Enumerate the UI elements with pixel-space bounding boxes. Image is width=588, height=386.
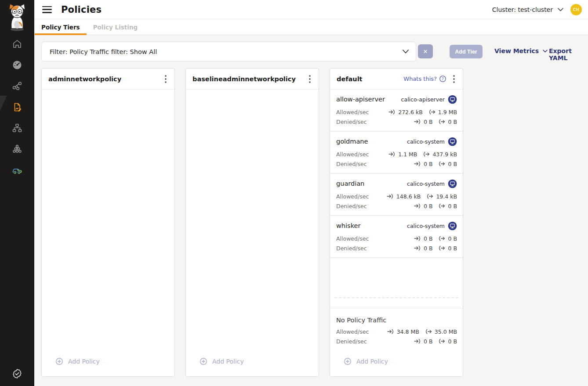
tier-header: baselineadminnetworkpolicy [186,69,319,90]
sidebar-item-network-tree[interactable] [11,123,23,133]
ingress-metric: 0 B [414,245,433,252]
whats-this-link[interactable]: Whats this?? [403,76,446,82]
egress-icon [438,161,445,166]
add-policy-button[interactable]: Add Policy [186,351,319,376]
policy-traffic-filter-select[interactable]: Filter: Policy Traffic filter: Show All [41,42,416,61]
metric-values: 0 B0 B [414,245,457,252]
kebab-icon [165,75,167,83]
metric-label: Denied/sec [336,119,367,125]
add-tier-button[interactable]: Add Tier [450,45,483,58]
egress-icon [425,329,432,334]
tier-empty-area [42,90,174,351]
metric-row: Allowed/sec272.6 kB1.9 MB [336,107,457,117]
sidebar-item-home[interactable] [11,39,23,49]
egress-metric: 0 B [438,203,457,209]
sidebar-item-service-graph[interactable] [11,81,23,91]
metric-value: 0 B [424,161,433,167]
calico-cat-logo-icon [6,3,29,31]
metric-label: Allowed/sec [336,235,369,242]
policy-card-header: whiskercalico-system [336,221,457,231]
egress-icon [423,152,430,157]
cluster-selector[interactable]: Cluster: test-cluster [492,6,563,13]
metric-value: 0 B [424,338,433,345]
plus-circle-icon [55,357,63,365]
sidebar-nav [0,39,34,176]
calico-logo[interactable] [6,3,29,33]
ingress-icon [414,339,421,344]
sidebar-item-policies[interactable] [11,102,23,112]
ingress-metric: 0 B [414,161,433,167]
egress-metric: 437.9 kB [423,151,457,158]
metric-value: 272.6 kB [398,109,423,115]
sidebar-item-badge-check[interactable] [11,368,23,379]
chevron-down-icon [403,50,409,54]
metric-value: 0 B [424,203,433,209]
chevron-down-icon [558,8,563,11]
tab-policy-tiers[interactable]: Policy Tiers [35,19,87,35]
metric-row: Denied/sec0 B0 B [336,201,457,211]
metric-value: 0 B [424,119,433,125]
ingress-metric: 34.8 MB [387,328,419,335]
metric-values: 34.8 MB35.0 MB [387,328,457,335]
ingress-icon [414,236,421,241]
svg-text:?: ? [442,77,444,81]
tier-column-baselineadminnetworkpolicy: baselineadminnetworkpolicyAdd Policy [185,68,319,377]
main-content: Policies Cluster: test-cluster CH Policy… [34,0,588,386]
tab-policy-listing[interactable]: Policy Listing [87,19,145,35]
plus-circle-icon [344,357,352,365]
policy-card[interactable]: guardiancalico-systemAllowed/sec148.6 kB… [330,174,463,216]
metric-values: 0 B0 B [414,338,457,345]
egress-metric: 0 B [438,161,457,167]
metric-value: 0 B [448,203,457,209]
add-policy-button[interactable]: Add Policy [42,351,174,376]
namespace-badge-icon [448,95,457,104]
sidebar-item-cluster-group[interactable] [11,144,23,155]
policy-card[interactable]: goldmanecalico-systemAllowed/sec1.1 MB43… [330,132,463,174]
egress-metric: 35.0 MB [425,328,457,335]
ingress-icon [414,119,421,124]
ingress-icon [387,329,394,334]
policy-namespace: calico-system [407,221,457,231]
add-policy-button[interactable]: Add Policy [330,351,463,376]
close-icon: ✕ [423,48,428,55]
tier-menu-button[interactable] [305,74,315,84]
ingress-metric: 1.1 MB [388,151,417,158]
user-avatar[interactable]: CH [570,4,582,15]
metric-label: Allowed/sec [336,328,369,335]
metric-label: Allowed/sec [336,193,369,200]
namespace-label: calico-system [407,223,445,229]
export-yaml-button[interactable]: Export YAML [549,47,581,61]
metric-value: 437.9 kB [432,151,457,158]
egress-metric: 0 B [438,119,457,125]
metric-values: 272.6 kB1.9 MB [388,109,457,115]
clear-filter-button[interactable]: ✕ [418,44,433,58]
ingress-icon [414,245,421,251]
metric-row: Allowed/sec148.6 kB19.4 kB [336,191,457,201]
policies-icon [12,102,22,112]
egress-metric: 0 B [438,245,457,252]
view-metrics-dropdown[interactable]: View Metrics [494,47,548,54]
view-metrics-label: View Metrics [494,47,539,54]
policy-card[interactable]: whiskercalico-systemAllowed/sec0 B0 BDen… [330,216,463,258]
kebab-icon [309,75,311,83]
policy-name: allow-apiserver [336,96,385,103]
tier-menu-button[interactable] [161,74,171,84]
egress-icon [428,109,436,115]
tier-menu-button[interactable] [449,74,459,84]
namespace-label: calico-system [407,138,445,145]
plus-circle-icon [200,357,207,365]
egress-metric: 19.4 kB [426,193,457,200]
metric-values: 1.1 MB437.9 kB [388,151,457,158]
namespace-label: calico-system [407,180,445,187]
tier-header-actions [161,74,171,84]
ingress-metric: 0 B [414,338,433,345]
metric-label: Allowed/sec [336,109,369,115]
namespace-badge-icon [448,221,457,231]
sidebar-item-dashboard-gauge[interactable] [11,60,23,70]
policy-card[interactable]: allow-apiservercalico-apiserverAllowed/s… [330,90,463,132]
policy-drop-area [330,258,463,308]
no-policy-traffic-title: No Policy Traffic [336,315,457,325]
sidebar-item-traffic-car[interactable] [11,165,23,176]
metric-value: 0 B [448,338,457,345]
hamburger-menu-icon[interactable] [42,6,52,13]
